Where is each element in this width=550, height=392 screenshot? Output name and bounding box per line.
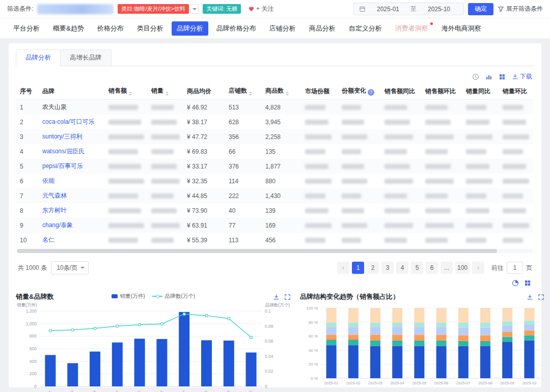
cell: 135 [261,144,301,159]
redacted-value [342,134,367,139]
cell [380,115,421,129]
category-dropdown-button[interactable] [190,4,199,14]
fullscreen-icon[interactable] [538,294,544,300]
page-button-5[interactable]: 5 [411,262,423,274]
brand-link[interactable]: chang/泰象 [42,221,73,229]
sort-carets-icon[interactable] [249,92,252,96]
column-settings-grid-icon[interactable] [499,73,506,80]
brand-link[interactable]: 农夫山泉 [42,103,67,110]
brand-link[interactable]: suntory/三得利 [42,133,82,140]
sort-down-icon [129,94,132,96]
pie-chart-icon[interactable] [512,279,519,287]
svg-text:0.08: 0.08 [265,324,273,329]
nav-tab-4[interactable]: 类目分析 [132,21,169,36]
column-label: 店铺数 [229,87,247,94]
sub-tab-1[interactable]: 品牌分析 [16,49,61,66]
nav-tab-3[interactable]: 价格分布 [92,21,129,36]
horizontal-scrollbar[interactable] [17,249,533,253]
nav-tab-10[interactable]: 消费者洞察 [390,21,433,36]
sort-carets-icon[interactable] [286,92,289,96]
info-icon[interactable]: ? [368,89,374,96]
next-page-button[interactable]: › [472,262,484,274]
nav-tab-label: 类目分析 [137,24,163,32]
column-header-4[interactable]: 销量 [147,83,183,100]
cell: 77 [225,218,261,233]
redacted-value [466,134,492,139]
selected-brand-filter-redacted[interactable] [37,4,114,14]
confirm-button[interactable]: 确定 [468,3,493,15]
chart-view-icon[interactable] [485,73,492,80]
page-button-1[interactable]: 1 [352,262,364,274]
page-button-6[interactable]: 6 [426,262,438,274]
column-header-6[interactable]: 店铺数 [225,83,261,100]
cell [338,174,380,188]
download-icon[interactable] [527,294,533,300]
history-clock-icon[interactable] [472,73,479,80]
prev-page-button[interactable]: ‹ [337,262,349,274]
brand-link[interactable]: 东方树叶 [42,207,67,214]
column-label: 品牌 [42,88,54,95]
nav-tab-8[interactable]: 商品分析 [304,21,341,36]
brand-link[interactable]: 名仁 [42,236,54,243]
cell [147,203,183,218]
column-header-9: 份额变化? [338,83,380,100]
legend-item[interactable]: 品牌数(万个) [152,293,196,300]
category-filter-tag[interactable]: 类目:咖啡/麦片/冲饮>饮料 [118,4,189,14]
redacted-value [108,120,141,125]
nav-tab-1[interactable]: 平台分析 [8,21,45,36]
keyword-filter-tag[interactable]: 关键词: 无糖 [203,4,241,14]
svg-text:2025-10: 2025-10 [239,389,254,392]
svg-text:2025-08: 2025-08 [194,389,209,392]
brand-link[interactable]: pepsi/百事可乐 [42,162,83,170]
table-row: 3suntory/三得利¥ 47.723562,258 [16,129,533,144]
page-size-value: 10条/页 [57,264,77,272]
page-button-2[interactable]: 2 [367,262,379,274]
redacted-value [342,238,361,243]
nav-tab-5[interactable]: 品牌分析 [172,21,208,36]
table-row: 2coca-cola/可口可乐¥ 38.176283,945 [16,115,533,129]
redacted-value [466,149,486,154]
expand-filters-button[interactable]: 展开筛选条件 [498,5,543,13]
follow-button[interactable]: + 关注 [248,5,273,13]
brand-link[interactable]: 元气森林 [42,192,67,199]
column-header-3[interactable]: 销售额 [104,83,147,100]
nav-tab-9[interactable]: 自定义分析 [344,21,387,36]
scrollbar-thumb[interactable] [17,249,497,253]
cell [421,174,462,188]
date-end-input[interactable] [420,6,458,13]
cell [147,233,183,247]
page-button-100[interactable]: 100 [455,262,470,274]
cell [147,129,183,144]
page-button-4[interactable]: 4 [396,262,408,274]
cell [104,129,147,144]
date-start-input[interactable] [369,6,407,13]
redacted-value [425,149,448,154]
page-size-select[interactable]: 10条/页 [51,261,89,274]
download-button[interactable]: 下载 [512,72,532,81]
goto-page-input[interactable] [507,262,523,274]
column-header-7[interactable]: 商品数 [261,83,301,100]
sub-tab-2[interactable]: 高增长品牌 [60,49,112,66]
nav-tab-6[interactable]: 品牌价格分布 [211,21,261,36]
legend-item[interactable]: 销量(万件) [112,293,145,300]
nav-tab-7[interactable]: 店铺分析 [264,21,301,36]
cell [421,188,462,203]
nav-tab-2[interactable]: 概要&趋势 [48,21,89,36]
page-button-3[interactable]: 3 [381,262,394,274]
sort-carets-icon[interactable] [166,92,169,96]
sort-carets-icon[interactable] [129,92,132,96]
column-label: 销售额环比 [425,88,456,95]
cell [301,233,338,247]
grid-view-icon[interactable] [524,279,531,287]
nav-tab-11[interactable]: 海外电商洞察 [436,21,486,36]
date-range-picker[interactable]: 至 [353,3,464,15]
cell [380,203,421,218]
brand-link[interactable]: watsons/屈臣氏 [42,148,85,155]
cell [338,144,380,159]
svg-text:1,000: 1,000 [26,321,37,326]
brand-link[interactable]: 依能 [42,177,54,184]
svg-text:2025-09: 2025-09 [216,389,231,392]
redacted-value [503,105,523,110]
brand-link[interactable]: coca-cola/可口可乐 [42,118,95,125]
right-chart-header: 品牌结构变化趋势（销售额占比） [300,292,544,302]
